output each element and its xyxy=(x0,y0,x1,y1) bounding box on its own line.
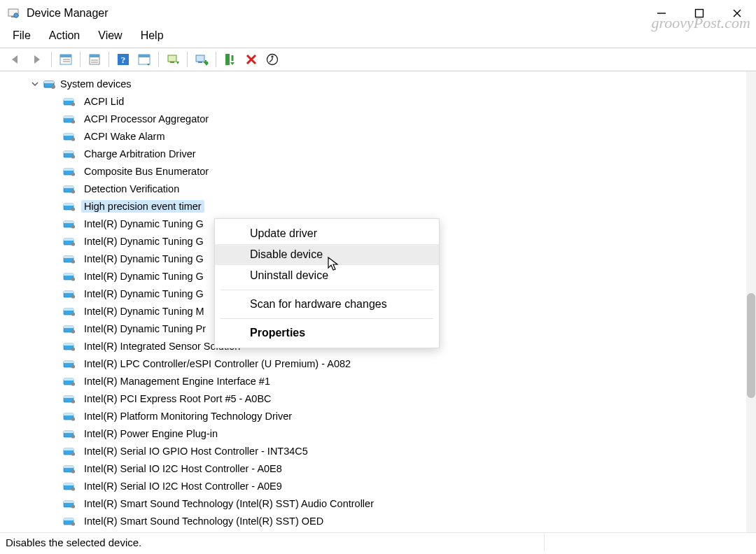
context-menu-item[interactable]: Update driver xyxy=(215,223,439,244)
svg-point-89 xyxy=(71,434,75,438)
svg-point-68 xyxy=(71,312,75,315)
device-row[interactable]: Intel(R) Serial IO GPIO Host Controller … xyxy=(0,442,746,460)
context-menu: Update driverDisable deviceUninstall dev… xyxy=(214,218,440,348)
window-controls xyxy=(652,4,750,22)
close-button[interactable] xyxy=(728,4,746,22)
device-label: Intel(R) Dynamic Tuning G xyxy=(81,218,206,230)
device-row[interactable]: ACPI Wake Alarm xyxy=(0,127,746,145)
window-title: Device Manager xyxy=(27,7,108,20)
device-label: Intel(R) Smart Sound Technology (Intel(R… xyxy=(81,497,377,510)
device-label: Intel(R) Dynamic Tuning G xyxy=(81,287,206,300)
device-row[interactable]: Intel(R) Platform Monitoring Technology … xyxy=(0,407,746,425)
svg-rect-40 xyxy=(64,151,74,153)
context-menu-item[interactable]: Scan for hardware changes xyxy=(215,294,439,315)
menu-file[interactable]: File xyxy=(13,29,31,42)
svg-point-38 xyxy=(71,137,75,141)
device-label: ACPI Processor Aggregator xyxy=(81,113,211,125)
svg-point-74 xyxy=(71,347,75,350)
svg-point-2 xyxy=(14,13,18,17)
device-label: Intel(R) PCI Express Root Port #5 - A0BC xyxy=(81,392,274,405)
tree-category-row[interactable]: System devices xyxy=(0,76,746,92)
svg-rect-34 xyxy=(64,116,74,118)
device-row[interactable]: ACPI Processor Aggregator xyxy=(0,110,746,127)
device-label: ACPI Wake Alarm xyxy=(81,130,168,143)
svg-rect-19 xyxy=(168,55,176,62)
svg-rect-55 xyxy=(64,239,74,241)
svg-rect-88 xyxy=(64,431,74,433)
svg-rect-8 xyxy=(60,55,71,57)
svg-rect-28 xyxy=(44,81,54,83)
device-row[interactable]: Intel(R) Serial IO I2C Host Controller -… xyxy=(0,460,746,477)
svg-point-83 xyxy=(71,399,75,403)
device-row[interactable]: Intel(R) Management Engine Interface #1 xyxy=(0,372,746,390)
tree-category-label: System devices xyxy=(60,78,132,90)
disable-device-button[interactable] xyxy=(192,50,211,69)
svg-point-104 xyxy=(71,522,75,525)
device-row[interactable]: Detection Verification xyxy=(0,180,746,197)
menu-action[interactable]: Action xyxy=(49,29,80,42)
context-menu-item[interactable]: Uninstall device xyxy=(215,265,439,286)
svg-rect-91 xyxy=(64,448,74,450)
menu-help[interactable]: Help xyxy=(141,29,164,42)
svg-point-44 xyxy=(71,172,75,176)
back-button[interactable] xyxy=(7,50,25,69)
device-label: Intel(R) Power Engine Plug-in xyxy=(81,427,220,440)
context-menu-item[interactable]: Properties xyxy=(215,322,439,343)
svg-rect-37 xyxy=(64,134,74,136)
device-label: ACPI Lid xyxy=(81,95,127,108)
enable-device-button[interactable] xyxy=(221,50,239,69)
svg-text:?: ? xyxy=(121,55,126,65)
toolbar-separator xyxy=(158,52,159,67)
svg-rect-58 xyxy=(64,256,74,258)
device-label: Intel(R) Dynamic Tuning M xyxy=(81,305,207,318)
maximize-button[interactable] xyxy=(690,4,708,22)
toolbar: ? xyxy=(0,48,756,71)
scrollbar-thumb[interactable] xyxy=(747,293,755,398)
collapse-icon[interactable] xyxy=(31,78,39,90)
show-hide-tree-button[interactable] xyxy=(57,50,75,69)
device-row[interactable]: Charge Arbitration Driver xyxy=(0,145,746,162)
device-row[interactable]: Intel(R) Smart Sound Technology (Intel(R… xyxy=(0,512,746,530)
svg-rect-21 xyxy=(196,55,204,62)
device-row[interactable]: High precision event timer xyxy=(0,197,746,215)
device-row[interactable]: ACPI Lid xyxy=(0,92,746,110)
forward-button[interactable] xyxy=(28,50,46,69)
device-row[interactable]: Composite Bus Enumerator xyxy=(0,162,746,180)
action-button[interactable] xyxy=(135,50,153,69)
minimize-button[interactable] xyxy=(652,4,671,22)
svg-rect-103 xyxy=(64,518,74,520)
device-label: Intel(R) Serial IO GPIO Host Controller … xyxy=(81,445,311,457)
device-label: Intel(R) Platform Monitoring Technology … xyxy=(81,410,295,422)
vertical-scrollbar[interactable] xyxy=(746,71,756,532)
title-bar: Device Manager xyxy=(0,0,756,27)
svg-rect-18 xyxy=(139,55,150,57)
svg-point-62 xyxy=(71,277,75,280)
properties-button[interactable] xyxy=(85,50,104,69)
device-row[interactable]: Intel(R) PCI Express Root Port #5 - A0BC xyxy=(0,390,746,407)
menu-view[interactable]: View xyxy=(98,29,122,42)
svg-rect-67 xyxy=(64,308,74,311)
help-button[interactable]: ? xyxy=(114,50,132,69)
svg-point-50 xyxy=(71,207,75,211)
svg-rect-31 xyxy=(64,99,74,101)
svg-point-95 xyxy=(71,469,75,473)
context-menu-item[interactable]: Disable device xyxy=(215,244,439,265)
svg-rect-79 xyxy=(64,378,74,381)
svg-point-65 xyxy=(71,294,75,298)
svg-rect-23 xyxy=(225,54,230,65)
device-row[interactable]: Intel(R) Smart Sound Technology (Intel(R… xyxy=(0,495,746,512)
uninstall-device-button[interactable] xyxy=(242,50,260,69)
device-row[interactable]: Intel(R) LPC Controller/eSPI Controller … xyxy=(0,355,746,372)
toolbar-separator xyxy=(187,52,188,67)
scan-hardware-button[interactable] xyxy=(263,50,281,69)
device-label: Intel(R) Smart Sound Technology (Intel(R… xyxy=(81,515,326,527)
device-row[interactable]: Intel(R) Power Engine Plug-in xyxy=(0,425,746,442)
toolbar-separator xyxy=(51,52,52,67)
update-driver-button[interactable] xyxy=(164,50,182,69)
device-label: Intel(R) Serial IO I2C Host Controller -… xyxy=(81,480,285,492)
svg-point-92 xyxy=(71,452,75,455)
device-row[interactable]: Intel(R) Serial IO I2C Host Controller -… xyxy=(0,477,746,495)
device-label: Intel(R) Dynamic Tuning Pr xyxy=(81,322,209,335)
svg-rect-4 xyxy=(696,10,704,17)
svg-rect-61 xyxy=(64,274,74,276)
